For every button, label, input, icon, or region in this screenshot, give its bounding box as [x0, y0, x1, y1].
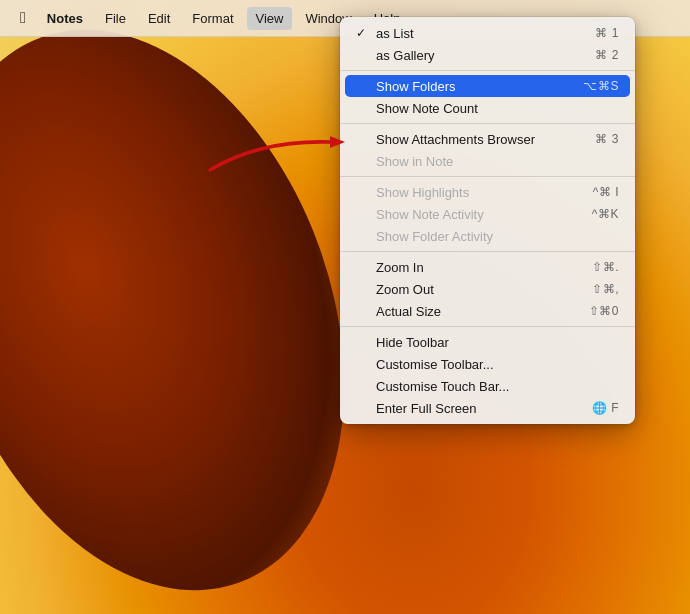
menu-item-label: Show Note Activity	[376, 207, 484, 222]
view-dropdown-menu: ✓ as List ⌘ 1 as Gallery ⌘ 2 Show Folder…	[340, 17, 635, 424]
check-placeholder	[356, 79, 370, 93]
menu-item-label: as List	[376, 26, 414, 41]
menu-item-actual-size[interactable]: Actual Size ⇧⌘0	[340, 300, 635, 322]
menu-item-label: Hide Toolbar	[376, 335, 449, 350]
menu-item-as-gallery[interactable]: as Gallery ⌘ 2	[340, 44, 635, 66]
menu-item-label: Customise Touch Bar...	[376, 379, 509, 394]
menu-separator	[340, 326, 635, 327]
menu-separator	[340, 176, 635, 177]
check-placeholder	[356, 379, 370, 393]
menu-item-label: Show Highlights	[376, 185, 469, 200]
menu-item-customise-touch-bar[interactable]: Customise Touch Bar...	[340, 375, 635, 397]
menu-item-label: Show Attachments Browser	[376, 132, 535, 147]
menu-item-label: Actual Size	[376, 304, 441, 319]
check-placeholder	[356, 282, 370, 296]
menu-item-label: Show Folders	[376, 79, 455, 94]
menu-item-show-highlights: Show Highlights ^⌘ I	[340, 181, 635, 203]
menu-item-label: Customise Toolbar...	[376, 357, 494, 372]
menu-item-show-folder-activity: Show Folder Activity	[340, 225, 635, 247]
menubar-file[interactable]: File	[96, 7, 135, 30]
menu-item-shortcut: ^⌘ I	[593, 185, 619, 199]
menu-item-shortcut: ^⌘K	[592, 207, 619, 221]
check-placeholder	[356, 185, 370, 199]
menubar-format[interactable]: Format	[183, 7, 242, 30]
menu-item-show-note-activity: Show Note Activity ^⌘K	[340, 203, 635, 225]
menu-item-show-note-count[interactable]: Show Note Count	[340, 97, 635, 119]
apple-menu[interactable]: 	[12, 5, 34, 31]
menu-item-label: as Gallery	[376, 48, 435, 63]
check-icon: ✓	[356, 26, 370, 40]
check-placeholder	[356, 401, 370, 415]
menu-item-shortcut: 🌐 F	[592, 401, 619, 415]
menubar-view[interactable]: View	[247, 7, 293, 30]
menu-separator	[340, 123, 635, 124]
check-placeholder	[356, 101, 370, 115]
check-placeholder	[356, 335, 370, 349]
menu-item-zoom-out[interactable]: Zoom Out ⇧⌘,	[340, 278, 635, 300]
menu-item-label: Show in Note	[376, 154, 453, 169]
menu-item-shortcut: ⌘ 1	[595, 26, 619, 40]
menu-separator	[340, 70, 635, 71]
check-placeholder	[356, 229, 370, 243]
menu-item-shortcut: ⌘ 3	[595, 132, 619, 146]
menu-item-customise-toolbar[interactable]: Customise Toolbar...	[340, 353, 635, 375]
menu-item-label: Zoom In	[376, 260, 424, 275]
menu-item-zoom-in[interactable]: Zoom In ⇧⌘.	[340, 256, 635, 278]
check-placeholder	[356, 357, 370, 371]
menu-item-shortcut: ⌘ 2	[595, 48, 619, 62]
menu-item-label: Enter Full Screen	[376, 401, 476, 416]
menubar-app-name[interactable]: Notes	[38, 7, 92, 30]
menu-item-show-in-note: Show in Note	[340, 150, 635, 172]
menu-item-enter-full-screen[interactable]: Enter Full Screen 🌐 F	[340, 397, 635, 419]
menu-item-show-folders[interactable]: Show Folders ⌥⌘S	[345, 75, 630, 97]
check-placeholder	[356, 132, 370, 146]
menu-separator	[340, 251, 635, 252]
menu-item-label: Show Folder Activity	[376, 229, 493, 244]
menu-item-label: Show Note Count	[376, 101, 478, 116]
menu-item-show-attachments[interactable]: Show Attachments Browser ⌘ 3	[340, 128, 635, 150]
menu-item-as-list[interactable]: ✓ as List ⌘ 1	[340, 22, 635, 44]
menu-item-shortcut: ⌥⌘S	[583, 79, 619, 93]
check-placeholder	[356, 304, 370, 318]
menu-item-hide-toolbar[interactable]: Hide Toolbar	[340, 331, 635, 353]
menubar-edit[interactable]: Edit	[139, 7, 179, 30]
check-placeholder	[356, 260, 370, 274]
menu-item-shortcut: ⇧⌘0	[589, 304, 619, 318]
menu-item-shortcut: ⇧⌘.	[592, 260, 619, 274]
menu-item-shortcut: ⇧⌘,	[592, 282, 619, 296]
check-placeholder	[356, 207, 370, 221]
check-placeholder	[356, 154, 370, 168]
check-placeholder	[356, 48, 370, 62]
menu-item-label: Zoom Out	[376, 282, 434, 297]
